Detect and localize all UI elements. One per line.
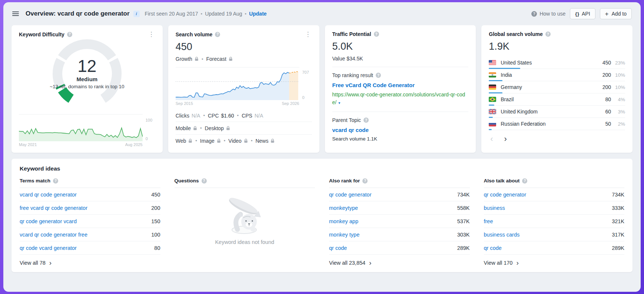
keyword-volume: 289K (612, 245, 624, 251)
also-rank-for-rows: qr code generator734Kmonkeytype558Kmonke… (329, 188, 470, 255)
card-header: Keyword Difficulty ? ⋮ (19, 31, 155, 37)
help-icon[interactable]: ? (374, 32, 379, 37)
flag-ru-icon (489, 121, 496, 126)
keyword-link[interactable]: qr code (329, 245, 347, 251)
card-header: Search volume ? ⋮ (176, 31, 312, 37)
keyword-ideas-title: Keyword ideas (20, 165, 624, 172)
help-icon[interactable]: ? (362, 178, 368, 184)
keyword-row: monkey app537K (329, 215, 470, 228)
column-header: Terms match ? (20, 178, 160, 188)
view-all-talk-link[interactable]: View all 170 › (484, 260, 519, 266)
keyword-link[interactable]: qr code vcard generator (20, 245, 77, 251)
keyword-volume: 734K (612, 192, 624, 198)
how-to-use-link[interactable]: ? How to use (531, 11, 565, 17)
country-percent: 23% (611, 60, 625, 66)
keyword-volume: 734K (457, 192, 470, 198)
help-icon[interactable]: ? (522, 178, 527, 184)
card-title: Search volume (176, 32, 213, 37)
keyword-row: qr code289K (484, 241, 625, 255)
top-ranking-url-text: https://www.qr-code-generator.com/soluti… (332, 92, 465, 105)
kebab-menu-icon[interactable]: ⋮ (147, 31, 155, 37)
first-seen-text: First seen 20 Aug 2017 (145, 11, 198, 17)
keyword-link[interactable]: qr code generator (329, 192, 371, 198)
column-title: Questions (175, 178, 199, 184)
keyword-link[interactable]: monkey app (329, 218, 358, 224)
metric-cards-row: Keyword Difficulty ? ⋮ 12 Medium ~13 ref… (3, 25, 641, 153)
separator-dot: • (195, 138, 197, 143)
country-volume: 200 (602, 84, 611, 90)
keyword-volume: 537K (457, 218, 470, 224)
separator-dot: • (202, 56, 203, 62)
toggle-forecast[interactable]: Forecast (206, 56, 232, 62)
help-icon[interactable]: ? (53, 178, 58, 184)
search-volume-plot[interactable]: Sep 2015 Sep 2026 (176, 67, 299, 106)
keyword-row: free vcard qr code generator200 (20, 201, 160, 215)
lock-icon (270, 139, 275, 143)
card-title: Global search volume (489, 31, 543, 37)
top-ranking-url[interactable]: https://www.qr-code-generator.com/soluti… (332, 91, 469, 106)
keyword-link[interactable]: vcard qr code generator free (20, 232, 87, 238)
search-volume-value: 450 (176, 41, 312, 53)
url-dropdown-caret-icon[interactable]: ▾ (338, 101, 340, 105)
country-name: United States (501, 60, 602, 66)
flag-gb-icon (489, 109, 496, 114)
keyword-ideas-columns: Terms match ? vcard qr code generator450… (20, 178, 624, 266)
parent-topic-link[interactable]: vcard qr code (332, 127, 469, 133)
top-bar-left: Overview: vcard qr code generator i Firs… (11, 10, 267, 17)
keyword-link[interactable]: monkeytype (329, 205, 358, 211)
keyword-row: business cards317K (484, 228, 625, 241)
help-icon[interactable]: ? (545, 32, 551, 37)
help-icon[interactable]: ? (364, 118, 369, 123)
keyword-link[interactable]: business (484, 205, 505, 211)
help-icon[interactable]: ? (215, 32, 220, 37)
keyword-link[interactable]: qr code generator vcard (20, 218, 77, 224)
growth-forecast-toggles: Growth•Forecast (176, 56, 312, 62)
separator-dot: • (224, 138, 226, 143)
country-volume: 200 (602, 72, 611, 78)
top-ranking-result-link[interactable]: Free vCard QR Code Generator (332, 82, 469, 88)
keyword-link[interactable]: free vcard qr code generator (20, 205, 87, 211)
add-to-button-label: Add to (612, 11, 627, 17)
pager-next-icon[interactable]: › (504, 135, 507, 143)
update-link[interactable]: Update (249, 11, 266, 17)
help-icon[interactable]: ? (202, 178, 207, 184)
keyword-link[interactable]: qr code (484, 245, 502, 251)
card-title: Traffic Potential (332, 31, 371, 37)
view-all-terms-link[interactable]: View all 78 › (20, 260, 52, 266)
country-percent: 2% (611, 121, 625, 127)
kd-history-chart: May 2021 Aug 2025 100 0 (19, 114, 155, 147)
toggle-growth[interactable]: Growth (176, 56, 199, 62)
pager-prev-icon[interactable]: ‹ (490, 135, 493, 143)
kd-gauge-arc (48, 39, 126, 105)
keyword-row: qr code generator734K (329, 188, 470, 201)
country-name: Russian Federation (501, 121, 605, 127)
metric-video: Video (228, 138, 248, 144)
menu-icon[interactable] (11, 10, 20, 17)
help-icon[interactable]: ? (376, 73, 381, 78)
card-header: Traffic Potential ? (332, 31, 469, 37)
country-percent: 10% (611, 85, 625, 90)
keyword-link[interactable]: free (484, 218, 493, 224)
keyword-row: monkeytype558K (329, 201, 470, 215)
keyword-link[interactable]: qr code generator (484, 192, 526, 198)
keyword-volume: 200 (151, 205, 160, 211)
y-max-label: 100 (146, 118, 155, 122)
info-icon[interactable]: i (133, 11, 140, 17)
view-all-rank-link[interactable]: View all 23,854 › (329, 260, 371, 266)
country-name: Germany (501, 84, 602, 90)
kebab-menu-icon[interactable]: ⋮ (304, 31, 312, 37)
keyword-link[interactable]: business cards (484, 232, 520, 238)
api-button[interactable]: { } API (570, 8, 595, 19)
keyword-link[interactable]: vcard qr code generator (20, 192, 77, 198)
help-icon[interactable]: ? (67, 32, 72, 37)
metrics-row: Mobile•Desktop (176, 122, 312, 134)
top-ranking-label: Top ranking result (332, 72, 374, 78)
metric-clicks: Clicks N/A (176, 113, 200, 119)
country-volume: 80 (605, 96, 611, 102)
parent-topic-label-row: Parent Topic ? (332, 117, 469, 123)
country-percent: 10% (611, 72, 625, 78)
add-to-button[interactable]: + Add to (600, 8, 632, 19)
keyword-link[interactable]: monkey type (329, 232, 359, 238)
kd-y-axis: 100 0 (146, 114, 155, 147)
kd-history-plot[interactable]: May 2021 Aug 2025 (19, 114, 143, 147)
